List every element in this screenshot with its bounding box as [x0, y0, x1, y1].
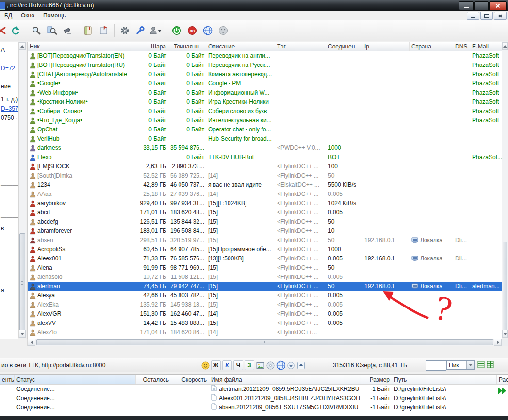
transfers-column-header-6[interactable]: Размер: [370, 375, 392, 384]
column-header-4[interactable]: Описание: [206, 42, 275, 51]
chat-scroll-down-icon[interactable]: [19, 330, 26, 338]
user-row[interactable]: AlexVGR151,30 ГБ162 460 47...[14]<Flylin…: [28, 309, 502, 319]
italic-button[interactable]: К: [222, 360, 232, 370]
user-row[interactable]: OpChat0 Байт0 БайтOperator chat - only f…: [28, 125, 502, 134]
search-icon[interactable]: [29, 23, 44, 38]
transfer-row[interactable]: Соединение...Aleex001.20121209_0858.J4SH…: [0, 394, 508, 403]
transfers-column-header-7[interactable]: Путь: [392, 375, 497, 384]
chat-link[interactable]: D=72: [1, 65, 15, 72]
user-row[interactable]: darkness33,15 ГБ35 594 876...<PWDC++ V:0…: [28, 144, 502, 153]
filter-column-combo[interactable]: Ник: [446, 360, 475, 370]
browser-globe-icon[interactable]: [276, 361, 285, 370]
horizontal-scroll-thumb[interactable]: [36, 339, 493, 345]
shutdown-icon[interactable]: [169, 23, 184, 38]
mdi-close-button[interactable]: [494, 12, 507, 20]
column-header-1[interactable]: Ник: [28, 42, 138, 51]
menu-item-bd[interactable]: БД: [0, 11, 16, 20]
search-spy-icon[interactable]: [60, 23, 75, 38]
image-button[interactable]: [256, 361, 264, 370]
quick-settings-icon[interactable]: [133, 23, 147, 38]
bold-button[interactable]: Ж: [211, 360, 221, 370]
adl-search-icon[interactable]: [97, 23, 111, 38]
chat-scroll-up-icon[interactable]: [19, 42, 26, 50]
list-scroll-down-icon[interactable]: [502, 330, 508, 338]
user-row[interactable]: aarybnikov929,40 ГБ997 934 31...[15][L:1…: [28, 199, 502, 208]
users-dropdown-icon[interactable]: [148, 23, 163, 38]
transfers-column-header-5[interactable]: Имя файла: [209, 375, 370, 384]
user-row[interactable]: Alesya42,66 ГБ45 803 782...[15]<FlylinkD…: [28, 291, 502, 300]
transfers-column-header-2[interactable]: Статус: [15, 375, 136, 384]
scroll-right-icon[interactable]: [494, 339, 502, 346]
user-row[interactable]: 123442,89 ГБ46 050 737...я вас не звал и…: [28, 180, 502, 190]
menu-item-window[interactable]: Окно: [16, 11, 39, 20]
disk-icon[interactable]: [266, 361, 275, 370]
column-header-3[interactable]: Точная ш...: [168, 42, 206, 51]
chevron-down-icon[interactable]: [286, 361, 295, 370]
transfers-column-header-4[interactable]: Скорость: [171, 375, 209, 384]
mdi-minimize-button[interactable]: [467, 12, 479, 20]
transfers-column-header-3[interactable]: Осталось: [136, 375, 171, 384]
transfers-column-header-8[interactable]: Расш: [497, 375, 508, 384]
user-list-scrollbar[interactable]: [502, 42, 508, 338]
filter-input[interactable]: [426, 360, 446, 371]
list-scroll-up-icon[interactable]: [502, 42, 508, 50]
scroll-left-icon[interactable]: [28, 339, 35, 346]
transfer-row[interactable]: Соединение...alertman.20121209_0859.5ROJ…: [0, 385, 508, 394]
combo-arrow-icon[interactable]: [466, 361, 474, 369]
chat-scrollbar[interactable]: [18, 42, 26, 338]
user-row[interactable]: alertman74,45 ГБ79 942 747...[15]<Flylin…: [28, 282, 502, 291]
green-arrows-icon[interactable]: [497, 386, 508, 397]
scroll-top-button[interactable]: [296, 361, 305, 370]
user-row[interactable]: AlexEka135,92 ГБ145 938 18...[15]<Flylin…: [28, 300, 502, 309]
minimize-button[interactable]: [459, 1, 474, 10]
user-row[interactable]: AcropoliSs60,45 ГБ64 907 785...[15]Прогр…: [28, 245, 502, 254]
user-row[interactable]: [South]Dimka52,52 ГБ56 389 725...[14]<Fl…: [28, 171, 502, 180]
user-row[interactable]: •Что_Где_Когда•0 Байт0 БайтИнтеллектуаль…: [28, 116, 502, 125]
userlist-grid-icon[interactable]: [477, 361, 485, 370]
user-row[interactable]: abcd171,01 ГБ183 620 48...[15]<FlylinkDC…: [28, 208, 502, 217]
user-row[interactable]: abcdefg126,51 ГБ135 844 32...[15]<Flylin…: [28, 217, 502, 226]
menu-item-help[interactable]: Помощь: [39, 11, 70, 20]
color-button[interactable]: З: [245, 360, 254, 370]
transfers-column-header-1[interactable]: енты: [0, 375, 15, 384]
reconnect-icon[interactable]: [8, 23, 23, 38]
user-row[interactable]: [CHAT]Автоперевод/Autotranslate0 Байт0 Б…: [28, 70, 502, 79]
search-files-icon[interactable]: [45, 23, 59, 38]
limiter-badge-icon[interactable]: 80: [185, 23, 199, 38]
internet-globe-icon[interactable]: [200, 23, 215, 38]
user-row[interactable]: •Google•0 Байт0 БайтGoogle - PMPhazaSoft: [28, 79, 502, 88]
user-row[interactable]: alexVV14,42 ГБ15 483 888...[15]<FlylinkD…: [28, 319, 502, 328]
user-row[interactable]: •Крестики-Нолики•0 Байт0 БайтИгра Крести…: [28, 97, 502, 107]
column-header-10[interactable]: E-Mail: [470, 42, 502, 51]
chat-scroll-thumb[interactable]: [19, 233, 25, 333]
column-header-2[interactable]: Шара: [138, 42, 168, 51]
column-header-8[interactable]: Страна: [410, 42, 453, 51]
notepad-icon[interactable]: [81, 23, 96, 38]
user-row[interactable]: •Web-Информ•0 Байт0 БайтИнформационный W…: [28, 88, 502, 97]
column-header-9[interactable]: DNS: [453, 42, 470, 51]
horizontal-scrollbar[interactable]: [27, 339, 502, 346]
settings-gear-icon[interactable]: [117, 23, 132, 38]
mdi-restore-button[interactable]: [480, 12, 493, 20]
close-button[interactable]: [489, 1, 507, 10]
away-smiley-icon[interactable]: [216, 23, 230, 38]
column-header-5[interactable]: Тэг: [275, 42, 326, 51]
user-row[interactable]: VerliHub0 БайтHub-Security for broad...: [28, 134, 502, 144]
panels-grid-icon[interactable]: [487, 361, 494, 370]
hub-red-icon[interactable]: [0, 23, 7, 38]
user-row[interactable]: Aleex00171,33 ГБ76 585 576...[13][L:500K…: [28, 254, 502, 263]
hub-chat-pane[interactable]: АD=72ние1 т. д.)D=3570750 -—————————————…: [0, 42, 18, 339]
user-row[interactable]: [FM]SHOCK2,63 ТБ2 890 373 ...<FlylinkDC+…: [28, 162, 502, 171]
user-row[interactable]: Alena91,99 ГБ98 771 969...[15]<FlylinkDC…: [28, 263, 502, 273]
list-scroll-thumb[interactable]: [503, 242, 507, 332]
user-row[interactable]: •Собери_Слово•0 Байт0 БайтСобери слово и…: [28, 107, 502, 116]
column-header-6[interactable]: Соединен...: [326, 42, 362, 51]
maximize-button[interactable]: [474, 1, 489, 10]
user-row[interactable]: [BOT]Переводчик/Translator(RU)0 Байт0 Ба…: [28, 61, 502, 70]
user-row[interactable]: AAaa25,18 ГБ27 039 376...[14]<FlylinkDC+…: [28, 190, 502, 199]
transfer-row[interactable]: Соединение...absen.20121209_0856.FSXUT7S…: [0, 403, 508, 412]
user-row[interactable]: AlexZlo171,04 ГБ184 620 86...[14]<Flylin…: [28, 328, 502, 337]
user-row[interactable]: absen298,51 ГБ320 519 97...[15]<FlylinkD…: [28, 236, 502, 245]
column-header-7[interactable]: Ip: [362, 42, 410, 51]
emoticon-icon[interactable]: [201, 361, 210, 370]
